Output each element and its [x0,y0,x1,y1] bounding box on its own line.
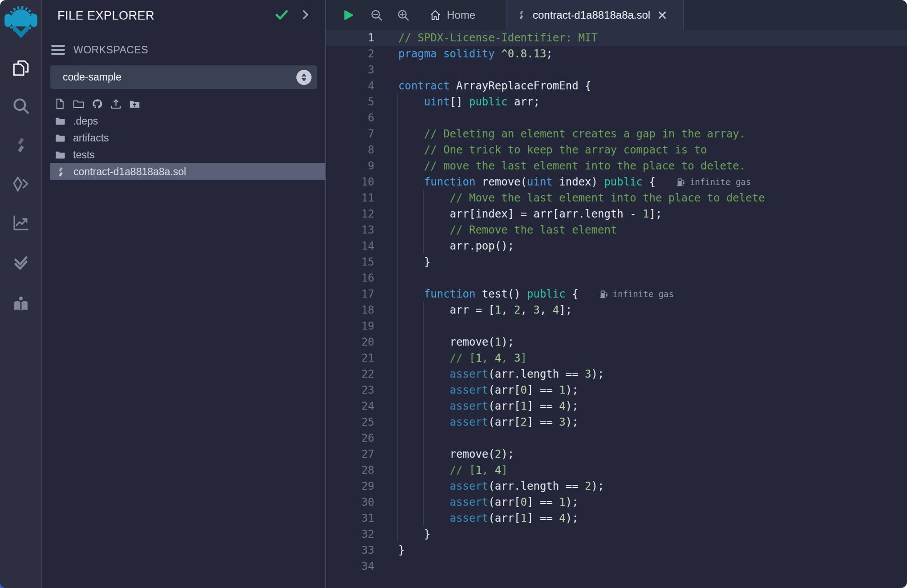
line-number: 16 [326,270,374,286]
line-number: 22 [326,366,374,382]
code-line-14[interactable]: 14 arr.pop(); [326,238,907,254]
line-number: 6 [326,110,374,126]
folder-row-tests[interactable]: tests [42,146,325,163]
code-line-16[interactable]: 16 [326,270,907,286]
tab-home[interactable]: Home [423,0,482,30]
zoom-out-button[interactable] [367,0,386,30]
workspace-select[interactable]: code-sample [50,65,317,89]
folder-row-.deps[interactable]: .deps [42,113,325,129]
tab-contract-file[interactable]: contract-d1a8818a8a.sol [506,0,684,30]
code-line-28[interactable]: 28 // [1, 4] [326,462,907,478]
line-number: 18 [326,302,374,318]
code-line-content: // move the last element into the place … [374,158,745,174]
line-number: 1 [326,30,374,46]
code-line-21[interactable]: 21 // [1, 4, 3] [326,350,907,366]
sidebar-item-unit-testing[interactable] [11,253,31,274]
code-line-15[interactable]: 15 } [326,254,907,270]
code-line-content: function test() public {infinite gas [374,286,674,302]
file-row-contract-d1a8818a8a.sol[interactable]: contract-d1a8818a8a.sol [50,163,325,180]
code-line-31[interactable]: 31 assert(arr[1] == 4); [326,510,907,526]
line-number: 28 [326,462,374,478]
code-line-34[interactable]: 34 [326,558,907,574]
code-line-2[interactable]: 2pragma solidity ^0.8.13; [326,46,907,62]
code-editor[interactable]: 1// SPDX-License-Identifier: MIT2pragma … [326,30,907,588]
remix-app-window: FILE EXPLORER WORKSPACES code-sample .d [0,0,907,588]
line-number: 9 [326,158,374,174]
code-line-3[interactable]: 3 [326,62,907,78]
code-line-13[interactable]: 13 // Remove the last element [326,222,907,238]
line-number: 24 [326,398,374,414]
code-line-18[interactable]: 18 arr = [1, 2, 3, 4]; [326,302,907,318]
code-line-22[interactable]: 22 assert(arr.length == 3); [326,366,907,382]
workspace-selected-value: code-sample [63,71,296,83]
code-line-26[interactable]: 26 [326,430,907,446]
code-line-content: // [1, 4] [374,462,508,478]
code-line-4[interactable]: 4contract ArrayReplaceFromEnd { [326,78,907,94]
code-line-content: arr = [1, 2, 3, 4]; [374,302,572,318]
code-line-25[interactable]: 25 assert(arr[2] == 3); [326,414,907,430]
line-number: 5 [326,94,374,110]
code-line-8[interactable]: 8 // One trick to keep the array compact… [326,142,907,158]
line-number: 26 [326,430,374,446]
code-line-content: arr.pop(); [374,238,514,254]
github-icon [91,98,103,112]
code-line-content: contract ArrayReplaceFromEnd { [374,78,591,94]
remix-logo-icon[interactable] [4,5,38,42]
code-line-17[interactable]: 17 function test() public {infinite gas [326,286,907,302]
code-line-content: pragma solidity ^0.8.13; [374,46,553,62]
new-folder-button[interactable] [72,97,85,112]
code-line-19[interactable]: 19 [326,318,907,334]
code-line-27[interactable]: 27 remove(2); [326,446,907,462]
code-line-32[interactable]: 32 } [326,526,907,542]
panel-title: FILE EXPLORER [57,9,154,23]
hamburger-menu-icon[interactable] [51,44,66,55]
new-file-button[interactable] [53,97,66,112]
book-icon [12,295,30,315]
github-button[interactable] [91,97,103,112]
gas-estimate-label: infinite gas [613,286,674,302]
sidebar-item-statistics[interactable] [11,213,31,234]
gas-pump-icon [676,177,686,187]
file-explorer-panel: FILE EXPLORER WORKSPACES code-sample .d [42,0,326,588]
zoom-in-button[interactable] [393,0,413,30]
sidebar-item-deploy-run[interactable] [11,175,31,195]
chevron-right-icon[interactable] [299,8,312,21]
sidebar-item-learneth[interactable] [11,295,31,315]
code-line-1[interactable]: 1// SPDX-License-Identifier: MIT [326,30,907,46]
line-number: 14 [326,238,374,254]
line-number: 4 [326,78,374,94]
line-number: 8 [326,142,374,158]
code-line-content: assert(arr[1] == 4); [374,398,579,414]
code-line-30[interactable]: 30 assert(arr[0] == 1); [326,494,907,510]
sidebar-item-file-explorer[interactable] [11,59,31,79]
upload-file-button[interactable] [109,97,122,112]
code-line-29[interactable]: 29 assert(arr.length == 2); [326,478,907,494]
code-line-content: uint[] public arr; [374,94,540,110]
code-line-33[interactable]: 33} [326,542,907,558]
code-line-content: // One trick to keep the array compact i… [374,142,707,158]
gas-estimate-badge: infinite gas [676,174,751,190]
file-toolbar [53,97,141,112]
upload-folder-button[interactable] [128,97,141,112]
workspaces-header: WORKSPACES [51,43,148,57]
code-line-20[interactable]: 20 remove(1); [326,334,907,350]
code-line-11[interactable]: 11 // Move the last element into the pla… [326,190,907,206]
code-line-10[interactable]: 10 function remove(uint index) public {i… [326,174,907,190]
code-line-9[interactable]: 9 // move the last element into the plac… [326,158,907,174]
code-line-23[interactable]: 23 assert(arr[0] == 1); [326,382,907,398]
code-line-24[interactable]: 24 assert(arr[1] == 4); [326,398,907,414]
close-tab-icon[interactable] [657,10,668,20]
line-number: 17 [326,286,374,302]
run-script-button[interactable] [339,0,357,30]
code-line-5[interactable]: 5 uint[] public arr; [326,94,907,110]
accept-check-icon[interactable] [274,7,289,22]
line-number: 7 [326,126,374,142]
code-line-7[interactable]: 7 // Deleting an element creates a gap i… [326,126,907,142]
folder-row-artifacts[interactable]: artifacts [42,129,325,146]
code-line-6[interactable]: 6 [326,110,907,126]
editor-area: Home contract-d1a8818a8a.sol 1// SPDX-Li… [326,0,907,588]
sidebar-item-search[interactable] [11,97,31,117]
sidebar-item-solidity-compiler[interactable] [11,136,31,156]
code-line-12[interactable]: 12 arr[index] = arr[arr.length - 1]; [326,206,907,222]
code-line-content: // Deleting an element creates a gap in … [374,126,745,142]
